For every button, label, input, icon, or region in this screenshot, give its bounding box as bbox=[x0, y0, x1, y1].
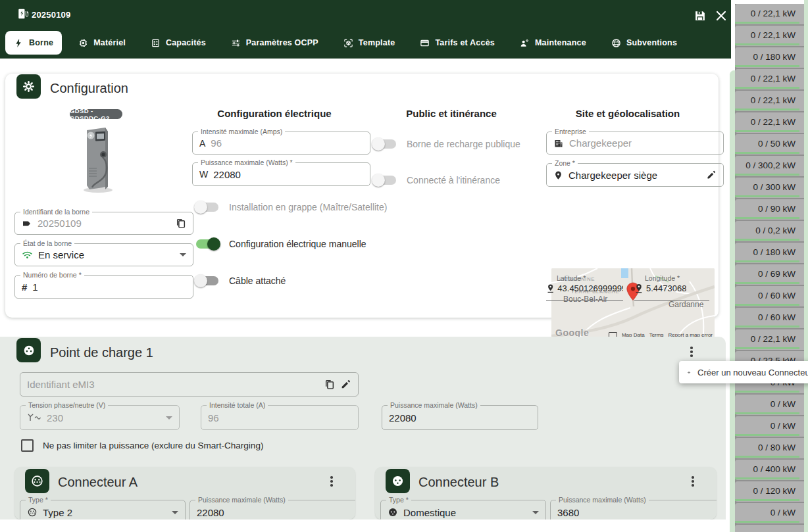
sidebar-power-item[interactable]: 0 / 300,2 kW bbox=[735, 156, 804, 176]
tab-maintenance[interactable]: Maintenance bbox=[511, 31, 595, 55]
app-window: 20250109 Borne Matériel bbox=[0, 0, 808, 532]
ev-station-icon bbox=[17, 8, 29, 20]
etat-borne-label: État de la borne bbox=[20, 239, 74, 248]
connecteur-a-menu-button[interactable] bbox=[327, 473, 336, 490]
publique-title: Public et itinérance bbox=[369, 108, 534, 119]
sidebar-power-item[interactable]: 0 / 22,1 kW bbox=[735, 112, 804, 133]
config-manuelle-toggle[interactable] bbox=[196, 239, 218, 249]
create-connector-label: Créer un nouveau Connecteur bbox=[697, 368, 808, 377]
save-button[interactable] bbox=[694, 9, 707, 25]
charge-point-iconbox bbox=[16, 338, 41, 362]
power-progress-bar bbox=[735, 217, 799, 219]
pin-underline-icon bbox=[546, 283, 555, 293]
zone-field[interactable]: Zone * Chargekeeper siège bbox=[546, 163, 724, 187]
location-pin-icon bbox=[553, 170, 563, 180]
create-connector-menu-item[interactable]: Créer un nouveau Connecteur bbox=[679, 361, 808, 383]
sidebar-power-item[interactable]: 0 / 50 kW bbox=[735, 134, 804, 155]
tab-parametres-ocpp[interactable]: Paramètres OCPP bbox=[222, 31, 327, 55]
sidebar-power-item[interactable]: 0 / 0,2 kW bbox=[735, 221, 804, 241]
sidebar-power-item[interactable]: 0 / 400 kW bbox=[735, 460, 804, 480]
puissance-max-field[interactable]: Puissance maximale (Watts) * W 22080 bbox=[192, 162, 370, 186]
tab-borne[interactable]: Borne bbox=[5, 31, 62, 55]
connecteur-b-type-select[interactable]: Type * Domestique bbox=[380, 500, 546, 520]
itinerance-toggle[interactable] bbox=[374, 176, 396, 185]
intensite-totale-value: 96 bbox=[208, 412, 219, 423]
power-progress-bar bbox=[735, 477, 799, 479]
power-progress-bar bbox=[735, 434, 799, 436]
connecteur-a-type-select[interactable]: Type * Type 2 bbox=[20, 500, 186, 520]
credit-card-icon bbox=[420, 38, 430, 48]
connecteur-b-power-field[interactable]: Puissance maximale (Watts) 3680 bbox=[550, 500, 717, 520]
sidebar-power-item[interactable]: 0 / kW bbox=[735, 395, 804, 415]
hash-icon: # bbox=[22, 281, 27, 293]
edit-pencil-icon[interactable] bbox=[706, 170, 717, 180]
sidebar-power-item[interactable]: 0 / 60 kW bbox=[735, 308, 804, 328]
intensite-max-field[interactable]: Intensité maximale (Amps) A 96 bbox=[192, 132, 370, 155]
sidebar-power-item[interactable]: 0 / 60 kW bbox=[735, 286, 804, 306]
emi3-field[interactable]: Identifiant eMI3 bbox=[20, 372, 359, 397]
map-place-label: Gardanne bbox=[669, 300, 703, 309]
connecteur-a-power-field[interactable]: Puissance maximale (Watts) 22080 bbox=[189, 500, 355, 520]
sidebar-power-item[interactable]: 0 / 300 kW bbox=[735, 178, 804, 198]
chevron-down-icon bbox=[532, 511, 539, 514]
sidebar-power-item[interactable]: 0 / kW bbox=[735, 503, 804, 523]
charge-point-menu-button[interactable] bbox=[687, 343, 696, 360]
latitude-value: 43.450126999999 bbox=[557, 283, 623, 293]
phase-wave-icon bbox=[27, 413, 41, 422]
template-sidebar[interactable]: 0 / 22,1 kW 0 / 22,1 kW 0 / 180 kW 0 / 2… bbox=[735, 4, 804, 532]
chip-icon bbox=[78, 38, 88, 48]
tune-icon bbox=[231, 38, 241, 48]
engineering-icon bbox=[520, 38, 530, 48]
cp-puissance-field[interactable]: Puissance maximale (Watts) 22080 bbox=[382, 405, 538, 430]
copy-icon[interactable] bbox=[324, 379, 335, 390]
copy-icon[interactable] bbox=[175, 218, 186, 229]
sidebar-power-item[interactable]: 0 / 90 kW bbox=[735, 199, 804, 220]
sidebar-power-item[interactable]: 0 / 120 kW bbox=[735, 481, 804, 502]
sidebar-power-item[interactable]: 0 / 180 kW bbox=[735, 243, 804, 263]
sidebar-power-item[interactable]: 0 / 69 kW bbox=[735, 264, 804, 285]
sidebar-power-item[interactable]: 0 / 22,1 kW bbox=[735, 26, 804, 46]
entreprise-value: Chargekeeper bbox=[569, 137, 632, 149]
etat-borne-select[interactable]: État de la borne En service bbox=[14, 243, 193, 266]
sidebar-power-item[interactable]: 0 / 22,1 kW bbox=[735, 329, 804, 350]
grappe-toggle[interactable] bbox=[196, 203, 218, 212]
power-progress-bar bbox=[735, 65, 799, 67]
connecteur-a-title: Connecteur A bbox=[58, 475, 138, 490]
smart-charging-checkbox[interactable] bbox=[21, 439, 34, 452]
connecteur-a-type-value: Type 2 bbox=[43, 507, 72, 518]
tab-subventions[interactable]: Subventions bbox=[603, 31, 686, 55]
borne-publique-toggle[interactable] bbox=[374, 139, 396, 149]
connecteur-a-iconbox bbox=[25, 469, 49, 493]
tab-capacites[interactable]: Capacités bbox=[142, 31, 215, 55]
entreprise-field[interactable]: Entreprise Chargekeeper bbox=[546, 132, 724, 155]
sidebar-power-item[interactable]: 0 / 22,1 kW bbox=[735, 69, 804, 89]
power-progress-bar bbox=[735, 260, 799, 262]
cable-attache-toggle[interactable] bbox=[196, 276, 218, 285]
pin-underline-icon bbox=[634, 283, 644, 293]
connecteur-b-menu-button[interactable] bbox=[688, 473, 697, 490]
latitude-field[interactable]: Latitude * 43.450126999999 bbox=[546, 272, 623, 301]
charge-point-section: Point de charge 1 Identifiant eMI3 Tensi… bbox=[0, 337, 726, 520]
socket-icon bbox=[22, 344, 36, 357]
tab-template[interactable]: Template bbox=[335, 31, 404, 55]
power-progress-bar bbox=[735, 22, 799, 24]
electrique-title: Configuration électrique bbox=[192, 108, 357, 119]
numero-borne-field[interactable]: Numéro de borne * # 1 bbox=[14, 275, 193, 299]
sidebar-power-item[interactable]: 0 / 180 kW bbox=[735, 47, 804, 68]
tension-select[interactable]: Tension phase/neutre (V) 230 bbox=[20, 405, 180, 430]
sidebar-power-item[interactable]: 0 / 80 kW bbox=[735, 438, 804, 458]
identifiant-borne-field[interactable]: Identifiant de la borne 20250109 bbox=[14, 212, 193, 235]
close-icon bbox=[715, 9, 728, 22]
sidebar-power-item[interactable]: 0 / 22,1 kW bbox=[735, 4, 804, 24]
intensite-totale-field[interactable]: Intensité totale (A) 96 bbox=[201, 405, 359, 430]
sidebar-power-item[interactable]: 0 / kW bbox=[735, 416, 804, 437]
sidebar-power-item[interactable] bbox=[735, 525, 804, 532]
close-button[interactable] bbox=[715, 9, 728, 25]
toggle-row-cable: Câble attaché bbox=[196, 276, 286, 286]
edit-pencil-icon[interactable] bbox=[340, 379, 351, 390]
longitude-field[interactable]: Longitude * 5.4473068 bbox=[634, 272, 709, 301]
configuration-iconbox bbox=[16, 74, 41, 99]
tab-materiel[interactable]: Matériel bbox=[70, 31, 134, 55]
sidebar-power-item[interactable]: 0 / 22,1 kW bbox=[735, 91, 804, 111]
tab-tarifs-acces[interactable]: Tarifs et Accès bbox=[411, 31, 503, 55]
